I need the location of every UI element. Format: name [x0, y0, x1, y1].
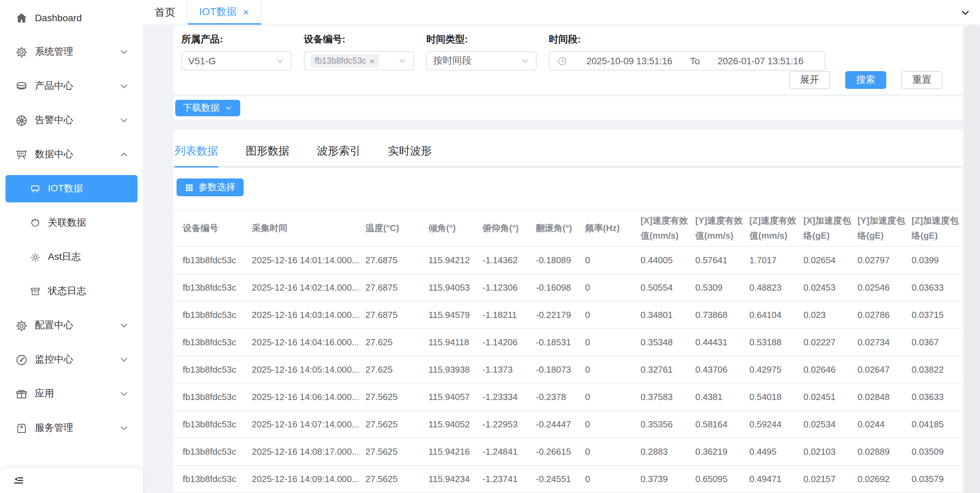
table-body: fb13b8fdc53c2025-12-16 14:01:14.000...27…: [173, 246, 963, 493]
sidebar-item-应用[interactable]: 应用: [5, 380, 138, 407]
chevron-down-icon: [520, 56, 530, 66]
table-cell: 27.5625: [366, 383, 428, 411]
table-cell: 2025-12-16 14:02:14.000...: [252, 274, 366, 301]
table-cell: 0.02453: [803, 274, 858, 301]
sidebar-item-服务管理[interactable]: 服务管理: [5, 414, 138, 442]
search-button[interactable]: 搜索: [845, 71, 886, 89]
table-cell: -1.24841: [482, 438, 536, 465]
sidebar-item-数据中心[interactable]: 数据中心: [5, 141, 138, 168]
column-header: 采集时间: [252, 210, 366, 246]
table-cell: 0.02157: [803, 465, 858, 493]
table-cell: 0.35348: [641, 328, 695, 356]
content-tab-图形数据[interactable]: 图形数据: [246, 144, 290, 168]
sidebar-item-label: 应用: [35, 388, 54, 400]
sidebar-item-系统管理[interactable]: 系统管理: [5, 38, 138, 66]
table-cell: fb13b8fdc53c: [173, 356, 252, 383]
table-cell: -1.14206: [482, 328, 536, 356]
table-cell: 2025-12-16 14:09:14.000...: [252, 465, 366, 493]
table-cell: 0.04185: [912, 411, 963, 438]
time-range-end[interactable]: 2026-01-07 13:51:16: [703, 56, 818, 66]
sun-icon: [29, 251, 41, 263]
table-cell: 0.35356: [641, 411, 695, 438]
sidebar-item-label: 系统管理: [35, 46, 73, 58]
table-cell: 0: [585, 465, 641, 493]
table-cell: -0.18089: [536, 246, 585, 274]
time-type-select[interactable]: 按时间段: [426, 51, 536, 70]
table-cell: 0.02227: [803, 328, 858, 356]
menu-fold-icon[interactable]: [12, 474, 25, 487]
sidebar-item-label: 监控中心: [35, 354, 73, 366]
time-range-start[interactable]: 2025-10-09 13:51:16: [571, 56, 687, 66]
table-cell: fb13b8fdc53c: [173, 301, 252, 328]
page-tab-iot-data[interactable]: IOT数据 ×: [188, 0, 261, 25]
screen: Dashboard系统管理产品中心告警中心数据中心IOT数据关联数据Ast日志状…: [0, 0, 980, 493]
content-tab-波形索引[interactable]: 波形索引: [317, 144, 361, 168]
table-cell: 0: [585, 246, 641, 274]
download-data-button[interactable]: 下载数据: [175, 100, 240, 116]
table-cell: -1.14362: [482, 246, 536, 274]
chevron-down-icon: [118, 115, 129, 126]
close-icon[interactable]: ×: [243, 6, 249, 17]
content-tab-列表数据[interactable]: 列表数据: [175, 144, 218, 168]
sidebar-item-label: 产品中心: [35, 80, 73, 92]
sidebar-item-ast日志[interactable]: Ast日志: [5, 243, 138, 271]
sidebar-item-告警中心[interactable]: 告警中心: [5, 107, 138, 134]
table-cell: -1.23334: [482, 383, 536, 411]
sidebar-item-配置中心[interactable]: 配置中心: [5, 312, 138, 339]
table-cell: 0.5309: [695, 274, 749, 301]
page-tab-home[interactable]: 首页: [143, 0, 188, 25]
clock-icon: [557, 56, 567, 66]
table-cell: 0.03715: [912, 301, 963, 328]
table-cell: 0.49471: [749, 465, 803, 493]
table-cell: 0.48823: [749, 274, 803, 301]
table-cell: 0.73868: [695, 301, 749, 328]
param-select-button[interactable]: 参数选择: [177, 179, 243, 196]
table-cell: 0.0367: [912, 328, 963, 356]
sidebar-item-dashboard[interactable]: Dashboard: [5, 4, 138, 32]
tag-icon: [15, 422, 28, 434]
table-row: fb13b8fdc53c2025-12-16 14:08:17.000...27…: [173, 438, 963, 465]
archive-icon: [29, 285, 41, 297]
table-cell: 0.44431: [695, 328, 749, 356]
table-cell: 0.50554: [641, 274, 695, 301]
device-tag-value: fb13b8fdc53c: [315, 57, 366, 65]
table-cell: -1.23741: [482, 465, 536, 493]
sidebar-item-label: 告警中心: [35, 114, 73, 127]
time-range-field: 时间段: 2025-10-09 13:51:16 To 2026-01-07 1…: [549, 33, 825, 70]
bowl-icon: [29, 217, 41, 229]
chevron-down-icon[interactable]: [950, 0, 980, 25]
chevron-down-icon: [118, 388, 129, 399]
table-cell: fb13b8fdc53c: [173, 411, 252, 438]
table-cell: 27.5625: [366, 438, 428, 465]
sidebar-item-产品中心[interactable]: 产品中心: [5, 73, 138, 100]
time-range-picker[interactable]: 2025-10-09 13:51:16 To 2026-01-07 13:51:…: [549, 51, 825, 70]
table-header-row: 设备编号采集时间温度(°C)倾角(°)俯仰角(°)翻滚角(°)频率(Hz)[X]…: [173, 210, 963, 246]
table-cell: 1.7017: [749, 246, 803, 274]
scrollbar-track[interactable]: [964, 25, 980, 493]
table-cell: 115.94052: [428, 411, 482, 438]
chevron-down-icon: [398, 56, 407, 66]
table-cell: 0: [585, 301, 641, 328]
table-cell: 27.625: [366, 328, 428, 356]
sidebar-item-状态日志[interactable]: 状态日志: [5, 277, 138, 305]
table-cell: 27.6875: [366, 301, 428, 328]
close-icon[interactable]: ×: [369, 56, 375, 66]
device-select[interactable]: fb13b8fdc53c ×: [304, 51, 414, 70]
table-cell: -0.16098: [536, 274, 585, 301]
column-header: 温度(°C): [366, 210, 428, 246]
table-cell: 0.02103: [803, 438, 858, 465]
table-cell: -0.24447: [536, 411, 585, 438]
table-cell: 115.94118: [428, 328, 482, 356]
alarm-wheel-icon: [15, 114, 28, 127]
chevron-down-icon: [118, 354, 129, 365]
table-row: fb13b8fdc53c2025-12-16 14:03:14.000...27…: [173, 301, 963, 328]
expand-button[interactable]: 展开: [789, 71, 830, 89]
table-cell: 27.6875: [366, 274, 428, 301]
sidebar-item-iot数据[interactable]: IOT数据: [5, 175, 138, 202]
content-tab-实时波形[interactable]: 实时波形: [388, 144, 432, 168]
product-select[interactable]: V51-G: [181, 51, 291, 70]
sidebar-item-关联数据[interactable]: 关联数据: [5, 209, 138, 236]
reset-button[interactable]: 重置: [901, 71, 942, 89]
column-header: 设备编号: [173, 210, 252, 246]
sidebar-item-监控中心[interactable]: 监控中心: [5, 346, 138, 373]
